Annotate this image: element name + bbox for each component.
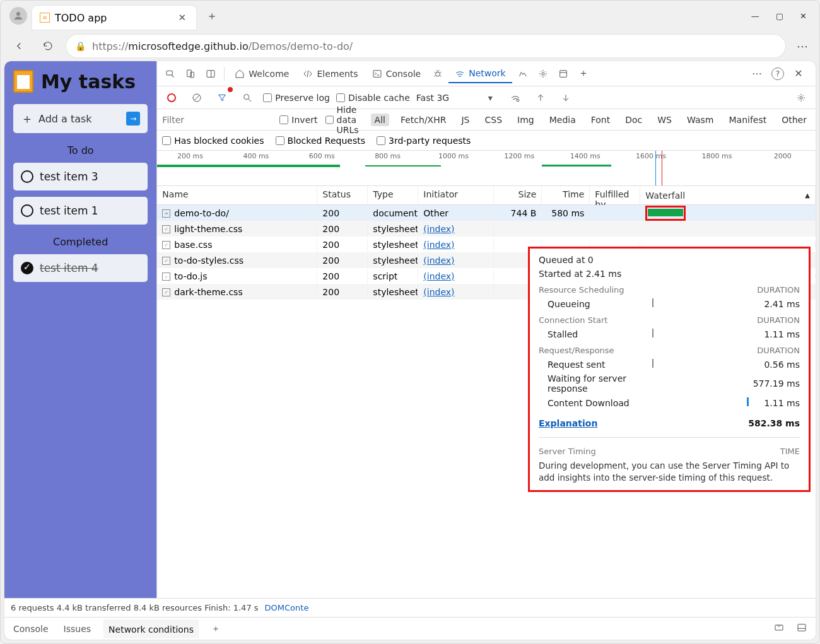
blocked-cookies-checkbox[interactable]: Has blocked cookies [162, 136, 264, 146]
timing-explanation-link[interactable]: Explanation [539, 418, 597, 428]
browser-menu-button[interactable]: ⋯ [793, 36, 812, 57]
device-toggle-icon[interactable] [181, 64, 200, 83]
gear-icon[interactable] [534, 64, 553, 83]
task-checkbox[interactable] [21, 204, 33, 217]
export-har-icon[interactable] [556, 88, 575, 107]
search-icon[interactable] [238, 88, 257, 107]
refresh-button[interactable] [37, 35, 59, 57]
close-devtools-icon[interactable]: ✕ [789, 64, 808, 83]
filter-type-all[interactable]: All [371, 114, 389, 126]
bug-icon[interactable] [428, 64, 447, 83]
col-initiator[interactable]: Initiator [418, 186, 494, 204]
filter-type[interactable]: Img [513, 114, 538, 126]
submit-task-button[interactable]: → [126, 112, 140, 126]
filter-type[interactable]: Font [587, 114, 614, 126]
filter-type[interactable]: Other [778, 114, 811, 126]
filter-type[interactable]: Fetch/XHR [397, 114, 450, 126]
task-label: test item 1 [40, 204, 98, 217]
network-request-row[interactable]: ✓light-theme.css200stylesheet(index) [157, 221, 816, 237]
filter-type[interactable]: WS [653, 114, 676, 126]
tab-console[interactable]: Console [366, 65, 428, 83]
maximize-button[interactable]: ▢ [776, 11, 783, 21]
omnibox[interactable]: 🔒 https://microsoftedge.github.io/Demos/… [66, 35, 785, 57]
task-checkbox-checked[interactable] [21, 262, 33, 274]
filter-type[interactable]: Media [546, 114, 580, 126]
filter-type[interactable]: CSS [481, 114, 506, 126]
throttling-select[interactable]: Fast 3G [416, 93, 449, 103]
filter-toggle-icon[interactable] [213, 88, 231, 107]
clear-button[interactable] [187, 88, 206, 107]
task-item-completed[interactable]: test item 4 [13, 254, 148, 282]
task-checkbox[interactable] [21, 170, 33, 183]
initiator-link[interactable]: (index) [423, 287, 454, 297]
add-task-input[interactable]: ＋ Add a task → [13, 104, 148, 133]
filter-type[interactable]: Wasm [683, 114, 717, 126]
col-status[interactable]: Status [317, 186, 368, 204]
filter-type[interactable]: Doc [621, 114, 646, 126]
svg-point-13 [244, 94, 249, 99]
import-har-icon[interactable] [531, 88, 550, 107]
col-waterfall[interactable]: Waterfall▲ [640, 186, 816, 204]
col-type[interactable]: Type [368, 186, 418, 204]
file-type-icon: ✓ [162, 241, 170, 249]
network-overview[interactable]: 200 ms 400 ms 600 ms 800 ms 1000 ms 1200… [157, 151, 816, 186]
initiator-link[interactable]: (index) [423, 255, 454, 266]
add-task-placeholder: Add a task [38, 113, 92, 125]
task-label: test item 3 [40, 170, 98, 183]
footer-domcontent: DOMConte [265, 603, 309, 612]
dock-side-icon[interactable] [201, 64, 220, 83]
network-conditions-icon[interactable] [506, 88, 525, 107]
application-icon[interactable] [554, 64, 573, 83]
disable-cache-checkbox[interactable]: Disable cache [336, 93, 410, 103]
browser-address-bar: 🔒 https://microsoftedge.github.io/Demos/… [1, 31, 819, 61]
col-fulfilled[interactable]: Fulfilled by [590, 186, 640, 204]
file-type-icon: ✓ [162, 257, 170, 265]
close-window-button[interactable]: ✕ [800, 11, 807, 21]
drawer-add-tab-icon[interactable]: ＋ [209, 619, 223, 638]
task-item[interactable]: test item 3 [13, 163, 148, 190]
profile-avatar[interactable] [9, 7, 27, 25]
browser-tab[interactable]: ≡ TODO app ✕ [32, 6, 196, 30]
third-party-checkbox[interactable]: 3rd-party requests [377, 136, 471, 146]
col-time[interactable]: Time [542, 186, 590, 204]
more-tools-icon[interactable]: ⋯ [747, 64, 766, 83]
performance-icon[interactable] [513, 64, 532, 83]
initiator-link[interactable]: (index) [423, 271, 454, 281]
tab-network[interactable]: Network [448, 64, 512, 83]
help-icon[interactable]: ? [771, 67, 784, 80]
network-request-row[interactable]: ≡demo-to-do/200documentOther744 B580 ms [157, 205, 816, 221]
timing-row: Content Download1.11 ms [539, 397, 800, 408]
window-controls: — ▢ ✕ [751, 11, 816, 21]
minimize-button[interactable]: — [751, 11, 759, 21]
drawer-tab-network-conditions[interactable]: Network conditions [103, 619, 199, 638]
inspect-element-icon[interactable] [161, 64, 180, 83]
initiator-link[interactable]: (index) [423, 240, 454, 250]
throttle-dropdown-icon[interactable]: ▾ [481, 88, 500, 107]
devtools-drawer: Console Issues Network conditions ＋ [4, 617, 816, 640]
drawer-issues-icon[interactable] [771, 619, 787, 638]
col-size[interactable]: Size [494, 186, 542, 204]
svg-rect-17 [775, 625, 783, 630]
preserve-log-checkbox[interactable]: Preserve log [263, 93, 330, 103]
tab-elements[interactable]: Elements [296, 65, 364, 83]
record-button[interactable] [162, 88, 181, 107]
new-tab-button[interactable]: ＋ [202, 4, 221, 27]
filter-type[interactable]: JS [457, 114, 473, 126]
network-filter-bar: Invert Hide data URLs All Fetch/XHR JS C… [157, 109, 816, 131]
task-item[interactable]: test item 1 [13, 197, 148, 225]
tab-welcome[interactable]: Welcome [228, 65, 295, 83]
initiator-link[interactable]: (index) [423, 224, 454, 234]
blocked-requests-checkbox[interactable]: Blocked Requests [276, 136, 365, 146]
drawer-tab-issues[interactable]: Issues [61, 620, 94, 638]
invert-checkbox[interactable]: Invert [279, 115, 317, 125]
back-button[interactable] [8, 35, 30, 57]
filter-input[interactable] [162, 115, 272, 125]
tab-close-icon[interactable]: ✕ [175, 9, 189, 26]
drawer-expand-icon[interactable] [794, 619, 809, 638]
add-tab-icon[interactable]: ＋ [574, 64, 593, 83]
col-name[interactable]: Name [157, 186, 317, 204]
drawer-tab-console[interactable]: Console [11, 620, 51, 638]
filter-type[interactable]: Manifest [725, 114, 770, 126]
svg-point-16 [800, 97, 802, 99]
network-settings-icon[interactable] [792, 88, 811, 107]
